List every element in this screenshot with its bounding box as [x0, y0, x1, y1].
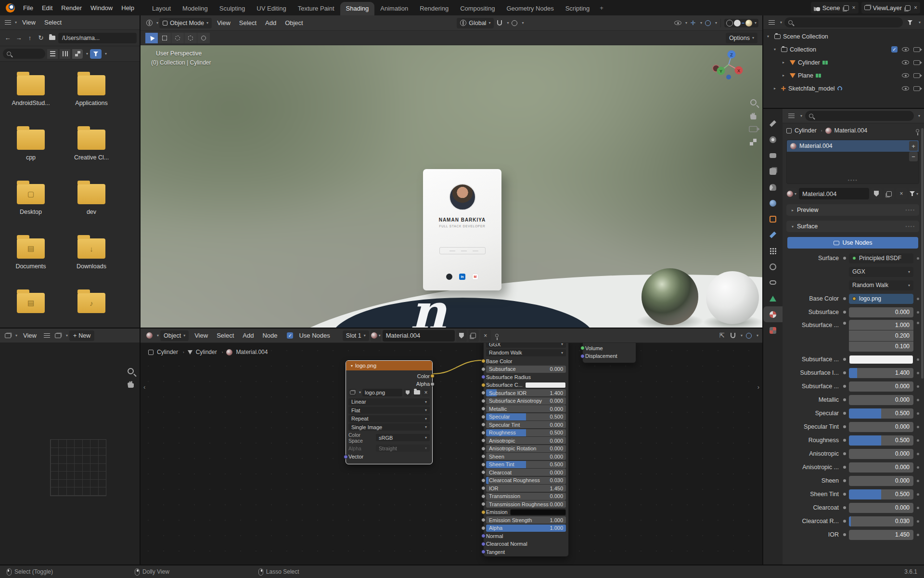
shading-wireframe-button[interactable] — [726, 20, 733, 26]
property-widget[interactable]: 0.000 0.000 — [849, 381, 913, 392]
workspace-tab[interactable]: Texture Paint — [292, 2, 340, 15]
alpha-output-socket-row[interactable]: Alpha — [348, 381, 430, 388]
input-socket[interactable] — [481, 383, 486, 387]
source-dropdown[interactable]: Single Image▾ — [348, 423, 430, 431]
slot-dropdown[interactable]: Slot 1▾ — [343, 330, 369, 341]
snap-magnet-toggle[interactable] — [495, 18, 504, 28]
gizmos-dropdown[interactable]: ✛ — [688, 18, 698, 28]
use-nodes-checkbox[interactable]: ✓ — [287, 332, 293, 339]
zoom-icon[interactable] — [750, 99, 757, 105]
properties-tab[interactable] — [763, 131, 783, 147]
search-input[interactable] — [3, 49, 45, 59]
proportional-falloff-dropdown[interactable]: ▾ — [522, 21, 524, 25]
display-mode-thumbnail-button[interactable] — [72, 49, 83, 59]
menu-item[interactable]: Select — [235, 19, 261, 26]
node-input-row[interactable]: Metallic Metallic0.000 Metallic — [486, 405, 566, 412]
visibility-dropdown[interactable] — [673, 18, 683, 28]
select-box-tool-button[interactable] — [158, 33, 171, 43]
folder-item[interactable]: ↓ Downloads — [64, 235, 118, 289]
node-input-row[interactable]: Subsurface IOR Subsurface IOR1.400 Subsu… — [486, 389, 566, 396]
shading-rendered-button[interactable] — [745, 20, 752, 26]
node-input-row[interactable]: Sheen Tint Sheen Tint0.500 Sheen Tint — [486, 461, 566, 468]
new-scene-icon[interactable] — [844, 5, 849, 11]
properties-tab[interactable] — [763, 163, 783, 179]
display-mode-detail-button[interactable] — [60, 49, 70, 59]
input-socket[interactable] — [481, 407, 486, 411]
workspace-tab[interactable]: Modeling — [177, 2, 214, 15]
editor-type-icon[interactable] — [144, 18, 154, 28]
render-visibility-icon[interactable] — [913, 47, 920, 52]
workspace-tab[interactable]: Sculpting — [214, 2, 251, 15]
input-socket[interactable] — [481, 486, 486, 490]
material-output-node[interactable]: Volume Displacement — [582, 340, 636, 363]
hide-eye-icon[interactable] — [902, 73, 909, 78]
properties-tab[interactable] — [763, 290, 783, 306]
distribution-dropdown[interactable]: GGX▾ — [849, 267, 913, 277]
node-input-row[interactable]: Anisotropic Anisotropic0.000 Anisotropic — [486, 437, 566, 444]
input-socket[interactable] — [481, 542, 486, 546]
displacement-socket[interactable] — [580, 354, 585, 358]
property-widget[interactable] — [849, 355, 913, 365]
input-socket[interactable] — [481, 359, 486, 363]
menu-item[interactable]: Add — [238, 332, 258, 339]
pin-icon[interactable] — [492, 331, 502, 341]
input-socket[interactable] — [481, 438, 486, 443]
chevron-down-icon[interactable]: ▾ — [685, 21, 687, 25]
node-input-row[interactable]: Clearcoat Clearcoat0.000 Clearcoat — [486, 469, 566, 476]
pan-hand-icon[interactable] — [128, 381, 134, 388]
delete-viewlayer-icon[interactable]: × — [914, 5, 917, 11]
chevron-down-icon[interactable]: ▾ — [700, 21, 702, 25]
node-input-row[interactable]: Emission Strength Emission Strength1.000… — [486, 516, 566, 524]
render-visibility-icon[interactable] — [913, 86, 920, 91]
vector-input-socket-row[interactable]: Vector — [348, 453, 430, 460]
volume-socket[interactable] — [580, 346, 585, 350]
outliner-row-collection[interactable]: ▾ Collection ✓ — [763, 43, 924, 56]
workspace-tab[interactable]: Layout — [146, 2, 177, 15]
outliner-row-sketchfab-model[interactable]: ▸ ✛ Sketchfab_model — [763, 82, 924, 95]
property-widget[interactable]: 0.500 0.500 — [849, 489, 913, 499]
delete-scene-icon[interactable]: × — [852, 5, 856, 11]
material-name-field[interactable]: Material.004 — [383, 330, 455, 342]
browse-image-icon[interactable] — [53, 331, 63, 341]
projection-dropdown[interactable]: Flat▾ — [348, 407, 430, 414]
display-mode-list-button[interactable] — [47, 49, 58, 59]
node-input-row[interactable]: Emission Emission Emission — [486, 509, 566, 516]
browse-material-button[interactable]: ▾ — [371, 330, 381, 342]
filter-dropdown[interactable]: ▾ — [105, 52, 107, 56]
node-input-row[interactable]: IOR IOR1.450 IOR — [486, 485, 566, 492]
sidebar-toggle-icon[interactable]: › — [757, 383, 759, 391]
input-socket[interactable] — [481, 375, 486, 379]
color-socket[interactable] — [430, 374, 435, 378]
render-visibility-icon[interactable] — [913, 73, 920, 78]
browse-material-button[interactable]: ▾ — [786, 188, 797, 199]
mode-dropdown[interactable]: Object Mode▾ — [159, 18, 212, 28]
snap-target-dropdown[interactable]: ▾ — [741, 333, 743, 338]
folder-item[interactable]: ▢ Desktop — [4, 180, 58, 235]
menu-item[interactable]: Add — [261, 19, 281, 26]
workspace-tab[interactable]: UV Editing — [251, 2, 292, 15]
alpha-socket[interactable] — [430, 382, 435, 386]
tweak-tool-button[interactable] — [145, 33, 158, 43]
input-socket[interactable] — [481, 510, 486, 514]
material-slot-list[interactable]: Material.004 + − ▪▪▪▪ — [786, 140, 919, 184]
input-socket[interactable] — [481, 534, 486, 538]
menu-item[interactable]: View — [213, 19, 235, 26]
properties-tab[interactable] — [763, 243, 783, 259]
blender-logo-icon[interactable] — [6, 3, 15, 13]
overlays-toggle[interactable] — [744, 331, 754, 341]
resize-grip[interactable]: ▪▪▪▪ — [848, 178, 858, 183]
input-socket[interactable] — [481, 391, 486, 395]
scene-selector[interactable]: Scene × — [811, 2, 859, 13]
property-widget[interactable]: 0.000 0.000 — [849, 462, 913, 473]
extension-dropdown[interactable]: Repeat▾ — [348, 415, 430, 422]
display-size-dropdown[interactable]: ▾ — [86, 52, 88, 56]
unlink-material-button[interactable]: × — [896, 188, 907, 199]
input-socket[interactable] — [481, 462, 486, 467]
cursor-tool-button[interactable] — [197, 33, 210, 43]
zoom-icon[interactable] — [128, 368, 134, 374]
collection-checkbox[interactable]: ✓ — [891, 46, 898, 53]
image-name-field[interactable]: logo.png — [362, 389, 402, 396]
interpolation-dropdown[interactable]: Linear▾ — [348, 398, 430, 406]
unlink-image-button[interactable]: × — [422, 389, 430, 396]
properties-tab[interactable] — [763, 227, 783, 243]
